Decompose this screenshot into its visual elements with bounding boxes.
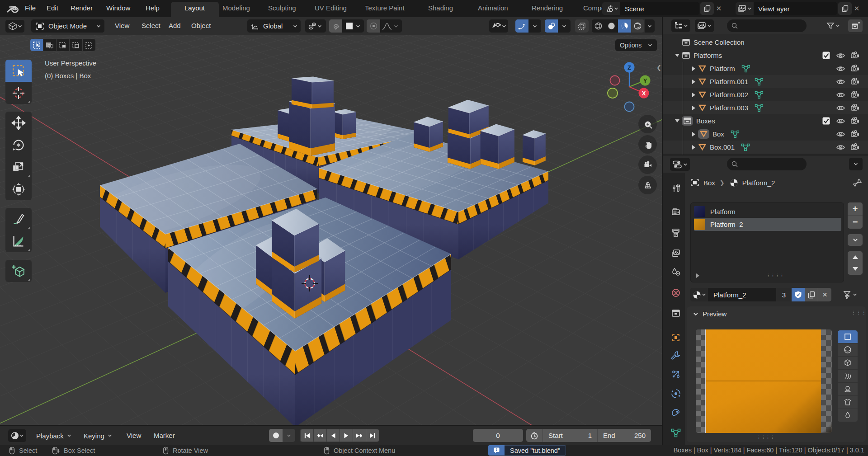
svg-text:Y: Y (643, 77, 647, 84)
svg-text:Z: Z (627, 64, 631, 71)
svg-text:X: X (642, 90, 646, 97)
